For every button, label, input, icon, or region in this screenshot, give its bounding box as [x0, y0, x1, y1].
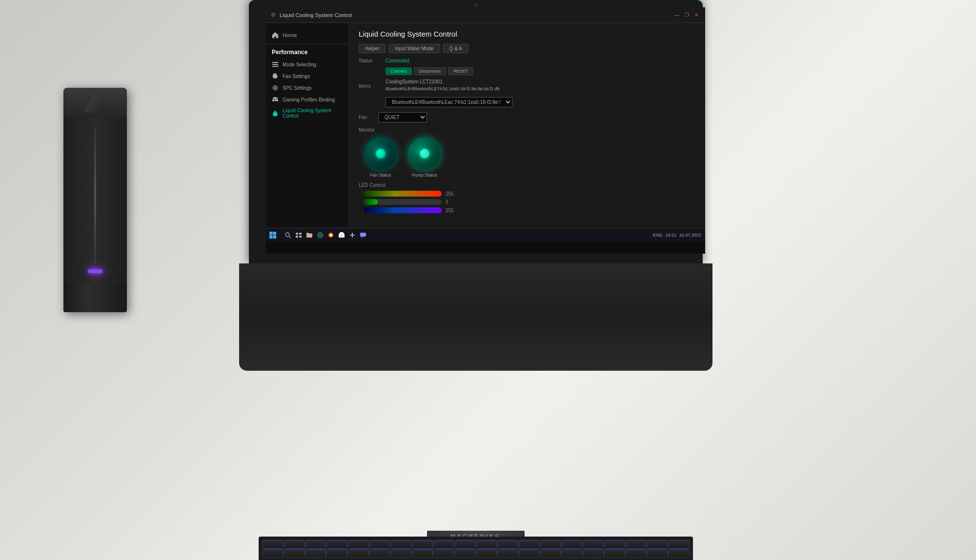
taskview-icon-svg — [295, 232, 302, 239]
svg-rect-12 — [273, 235, 277, 239]
svg-rect-0 — [272, 62, 278, 63]
key — [369, 549, 390, 557]
screen-bezel: ⚙ Liquid Cooling System Control — ❐ ✕ — [249, 0, 703, 263]
status-value: Connected — [386, 58, 409, 63]
sidebar-item-gaming-profiles[interactable]: Gaming Profiles Binding — [266, 94, 348, 105]
disconnect-button[interactable]: Disconnect — [414, 67, 447, 75]
led-red-track[interactable] — [364, 191, 442, 197]
tab-input-water-mode[interactable]: Input Water Mode — [388, 44, 440, 53]
led-red-value: 255 — [446, 191, 455, 197]
led-blue-value: 255 — [446, 208, 455, 213]
key — [391, 540, 411, 548]
title-bar: ⚙ Liquid Cooling System Control — ❐ ✕ — [266, 7, 705, 23]
key — [284, 549, 305, 557]
key — [476, 540, 497, 548]
pump-gauge-circle — [407, 137, 442, 171]
tab-helper[interactable]: Helper — [359, 44, 386, 53]
search-icon — [285, 232, 291, 239]
window-title: Liquid Cooling System Control — [280, 12, 352, 18]
svg-rect-16 — [299, 233, 302, 235]
svg-rect-15 — [296, 233, 298, 235]
svg-rect-1 — [272, 64, 278, 65]
status-row: Status Connected — [359, 58, 695, 63]
key — [326, 540, 347, 548]
liquid-cooling-label: Liquid Cooling System Control — [283, 108, 343, 119]
mode-selecting-label: Mode Selecting — [283, 62, 316, 67]
firefox-icon[interactable] — [326, 231, 335, 240]
plus-icon[interactable] — [348, 231, 357, 240]
folder-icon — [306, 232, 313, 239]
reset-button[interactable]: RESET — [448, 67, 473, 75]
svg-point-7 — [276, 99, 277, 100]
key — [348, 549, 368, 557]
key — [455, 540, 475, 548]
pump-gauge-inner — [420, 149, 429, 159]
minimize-button[interactable]: — — [673, 11, 681, 19]
fan-icon — [272, 73, 279, 80]
taskview-icon[interactable] — [294, 231, 303, 240]
taskbar-lang: ENG — [653, 233, 663, 238]
led-green-row: 0 — [364, 199, 695, 205]
fan-label: Fan — [359, 115, 373, 120]
led-label: LED Control — [359, 182, 695, 188]
key — [626, 549, 647, 557]
main-content: Liquid Cooling System Control Helper Inp… — [349, 23, 705, 241]
sidebar-divider — [266, 43, 348, 44]
key — [476, 549, 497, 557]
app-body: Home Performance Mode Selecting — [266, 23, 705, 241]
key — [605, 549, 625, 557]
laptop: ⚙ Liquid Cooling System Control — ❐ ✕ — [239, 0, 712, 371]
fan-mode-select[interactable]: QUIET BALANCEDPERFORMANCECUSTOM — [378, 112, 427, 122]
restore-button[interactable]: ❐ — [683, 11, 691, 19]
device-select[interactable]: BluetoothLE#BluetoothLEac:74:b1:1ea5:18-… — [386, 97, 512, 107]
tab-qa[interactable]: Q & A — [443, 44, 468, 53]
tower-body — [63, 117, 127, 283]
led-green-fill — [364, 199, 378, 205]
drop-icon — [272, 110, 279, 117]
connect-button[interactable]: Connect — [386, 67, 412, 75]
svg-rect-6 — [273, 99, 275, 100]
key — [669, 540, 689, 548]
led-blue-row: 255 — [364, 207, 695, 213]
list-icon — [272, 61, 279, 68]
key — [433, 540, 454, 548]
close-button[interactable]: ✕ — [692, 11, 700, 19]
items-label-row: Items CoolingSystem LCT21001 Bluetooth\L… — [359, 79, 695, 93]
device-dropdown-container: BluetoothLE#BluetoothLEac:74:b1:1ea5:18-… — [386, 97, 695, 107]
chat-icon-svg — [360, 232, 366, 239]
chrome-icon[interactable] — [316, 231, 325, 240]
sidebar-section-label: Performance — [266, 46, 348, 59]
led-blue-track[interactable] — [364, 207, 442, 213]
app-window: ⚙ Liquid Cooling System Control — ❐ ✕ — [266, 7, 705, 241]
controller-icon — [272, 96, 279, 103]
sidebar-item-spc-settings[interactable]: SPC Settings — [266, 82, 348, 94]
chat-icon[interactable] — [359, 231, 367, 240]
pump-status-label: Pump Status — [412, 173, 437, 178]
sidebar-home-item[interactable]: Home — [266, 29, 348, 41]
title-bar-left: ⚙ Liquid Cooling System Control — [271, 12, 352, 18]
desktop-tower — [63, 88, 127, 312]
svg-rect-9 — [269, 232, 273, 235]
title-bar-controls[interactable]: — ❐ ✕ — [673, 11, 700, 19]
gear-icon — [272, 84, 279, 91]
sidebar-item-liquid-cooling[interactable]: Liquid Cooling System Control — [266, 105, 348, 121]
sidebar: Home Performance Mode Selecting — [266, 23, 349, 241]
pump-status-gauge: Pump Status — [407, 137, 442, 178]
sidebar-item-fan-settings[interactable]: Fan Settings — [266, 70, 348, 82]
led-green-track[interactable] — [364, 199, 442, 205]
fan-section: Fan QUIET BALANCEDPERFORMANCECUSTOM — [359, 112, 695, 122]
taskbar-start-button[interactable] — [266, 228, 280, 242]
key — [284, 540, 305, 548]
led-sliders: 255 0 — [364, 191, 695, 213]
key — [605, 540, 625, 548]
sidebar-item-mode-selecting[interactable]: Mode Selecting — [266, 59, 348, 70]
store-icon-svg — [338, 232, 345, 239]
key — [626, 540, 647, 548]
files-icon[interactable] — [305, 231, 314, 240]
store-icon[interactable] — [337, 231, 346, 240]
search-taskbar-icon[interactable] — [284, 231, 292, 240]
action-buttons: Connect Disconnect RESET — [386, 67, 695, 75]
monitor-section: Monitor Fan Status — [359, 127, 695, 178]
device-info: CoolingSystem LCT21001 Bluetooth\LE#Blue… — [386, 79, 500, 93]
app-title: ⚙ — [271, 12, 276, 18]
